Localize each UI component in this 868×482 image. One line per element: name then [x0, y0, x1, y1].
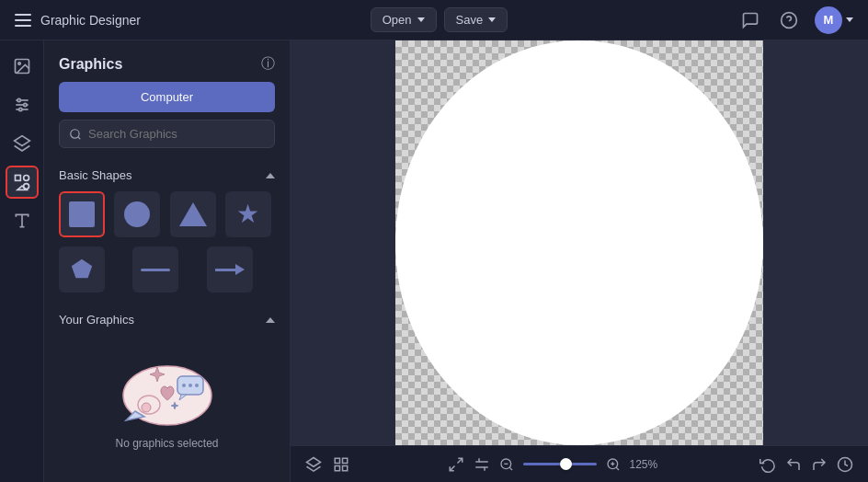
rotate-icon[interactable] [760, 456, 776, 473]
basic-shapes-collapse-icon[interactable] [266, 173, 275, 178]
shape-circle-item[interactable] [114, 191, 160, 237]
svg-line-18 [78, 136, 81, 139]
svg-point-24 [182, 384, 186, 387]
canvas-bg [395, 40, 763, 445]
svg-rect-11 [15, 176, 20, 181]
zoom-in-icon[interactable] [606, 457, 621, 472]
svg-rect-30 [335, 458, 339, 463]
panel-header: Graphics ⓘ [44, 40, 290, 82]
star-shape: ★ [236, 201, 259, 227]
user-avatar: M [815, 6, 842, 34]
icon-sidebar [0, 40, 44, 482]
header-center: Open Save [371, 7, 508, 32]
sidebar-icon-layers[interactable] [6, 127, 39, 160]
sidebar-icon-adjustments[interactable] [6, 88, 39, 121]
basic-shapes-header: Basic Shapes [44, 163, 290, 191]
save-chevron-icon [488, 17, 496, 22]
shape-pentagon-item[interactable] [59, 247, 105, 293]
header-left: Graphic Designer [15, 13, 141, 28]
svg-point-12 [23, 176, 29, 181]
app-title: Graphic Designer [40, 13, 141, 28]
header: Graphic Designer Open Save M [0, 0, 868, 40]
pentagon-shape [69, 257, 95, 282]
svg-marker-19 [72, 259, 92, 279]
svg-point-28 [142, 403, 151, 412]
fit-view-icon[interactable] [448, 456, 464, 473]
your-graphics-title: Your Graphics [59, 313, 134, 327]
triangle-shape [179, 202, 207, 226]
svg-line-35 [450, 465, 454, 470]
search-bar[interactable] [59, 120, 275, 148]
undo-icon[interactable] [785, 456, 802, 473]
sidebar-icon-shapes[interactable] [6, 166, 39, 199]
shape-square-item[interactable] [59, 191, 105, 237]
search-icon [69, 128, 82, 141]
history-icon[interactable] [837, 456, 853, 473]
zoom-out-icon[interactable] [499, 457, 514, 472]
palette-illustration [108, 345, 227, 428]
bottom-bar: 125% [291, 445, 868, 482]
sidebar-icon-image[interactable] [6, 50, 39, 83]
svg-point-7 [17, 98, 20, 101]
header-right: M [737, 6, 853, 34]
no-graphics-text: No graphics selected [115, 437, 218, 450]
svg-point-17 [71, 129, 79, 137]
layers-bottom-icon[interactable] [305, 456, 322, 473]
user-avatar-wrap[interactable]: M [815, 6, 853, 34]
user-chevron-icon [846, 17, 853, 22]
bottom-right-tools [760, 456, 853, 473]
canvas-container[interactable] [291, 40, 868, 445]
svg-point-14 [23, 184, 29, 189]
svg-line-39 [509, 467, 512, 470]
search-input[interactable] [88, 127, 265, 141]
grid-bottom-icon[interactable] [333, 456, 349, 473]
help-icon[interactable] [776, 7, 802, 33]
svg-marker-29 [307, 457, 321, 466]
computer-button[interactable]: Computer [59, 82, 275, 112]
save-button[interactable]: Save [444, 7, 508, 32]
panel-title: Graphics [59, 56, 122, 73]
menu-icon[interactable] [15, 14, 31, 27]
open-chevron-icon [417, 17, 425, 22]
bottom-center-tools: 125% [448, 456, 662, 473]
basic-shapes-grid: ★ [44, 191, 290, 247]
shape-line-item[interactable] [132, 247, 178, 293]
svg-point-9 [18, 108, 21, 110]
svg-line-34 [457, 458, 462, 463]
svg-point-3 [17, 63, 19, 65]
svg-point-26 [195, 384, 199, 387]
svg-rect-33 [343, 465, 348, 470]
crop-icon[interactable] [474, 456, 490, 473]
shape-star-item[interactable]: ★ [225, 191, 271, 237]
basic-shapes-grid-2 [44, 247, 290, 307]
main-area: Graphics ⓘ Computer Basic Shapes [0, 40, 868, 482]
your-graphics-header: Your Graphics [44, 307, 290, 336]
canvas-shape-circle [395, 40, 763, 445]
circle-shape [124, 201, 150, 227]
arrow-shape [215, 264, 245, 275]
sidebar-icon-text[interactable] [6, 204, 39, 237]
svg-rect-32 [335, 465, 339, 470]
svg-rect-31 [343, 458, 348, 463]
bottom-left-tools [305, 456, 349, 473]
svg-marker-10 [14, 136, 29, 146]
basic-shapes-title: Basic Shapes [59, 168, 132, 182]
graphics-panel: Graphics ⓘ Computer Basic Shapes [44, 40, 291, 482]
svg-line-42 [616, 467, 619, 470]
square-shape [69, 201, 95, 227]
open-button[interactable]: Open [371, 7, 437, 32]
canvas-area: 125% [291, 40, 868, 482]
svg-point-25 [188, 384, 192, 387]
your-graphics-collapse-icon[interactable] [266, 317, 275, 323]
your-graphics-empty: No graphics selected [44, 336, 290, 465]
zoom-value: 125% [630, 458, 662, 471]
shape-triangle-item[interactable] [170, 191, 216, 237]
svg-point-8 [23, 103, 26, 106]
line-shape [141, 269, 170, 271]
chat-icon[interactable] [737, 7, 763, 33]
zoom-slider[interactable] [523, 463, 597, 465]
redo-icon[interactable] [811, 456, 828, 473]
info-icon[interactable]: ⓘ [261, 55, 275, 73]
shape-arrow-item[interactable] [207, 247, 253, 293]
